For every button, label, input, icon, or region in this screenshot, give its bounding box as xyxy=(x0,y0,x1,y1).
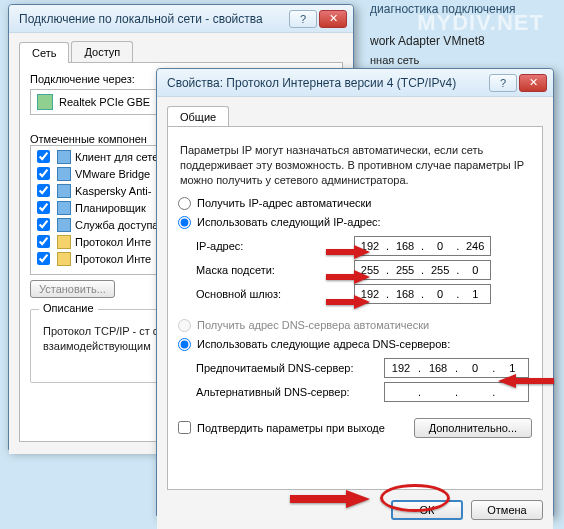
radio-ip-manual-label: Использовать следующий IP-адрес: xyxy=(197,216,381,228)
client-icon xyxy=(57,150,71,164)
description-legend: Описание xyxy=(39,302,98,314)
ip-address-label: IP-адрес: xyxy=(196,240,346,252)
mask-input[interactable]: . . . xyxy=(354,260,491,280)
tab-access[interactable]: Доступ xyxy=(71,41,133,62)
radio-dns-manual-label: Использовать следующие адреса DNS-сервер… xyxy=(197,338,450,350)
ok-button[interactable]: ОК xyxy=(391,500,463,520)
item-checkbox[interactable] xyxy=(37,150,50,163)
lan-title: Подключение по локальной сети - свойства xyxy=(19,12,289,26)
help-button-icon[interactable]: ? xyxy=(289,10,317,28)
ipv4-title: Свойства: Протокол Интернета версии 4 (T… xyxy=(167,76,489,90)
item-checkbox[interactable] xyxy=(37,184,50,197)
ipv4-titlebar[interactable]: Свойства: Протокол Интернета версии 4 (T… xyxy=(157,69,553,97)
radio-dns-auto-label: Получить адрес DNS-сервера автоматически xyxy=(197,319,429,331)
radio-dns-manual[interactable] xyxy=(178,338,191,351)
mask-label: Маска подсети: xyxy=(196,264,346,276)
radio-ip-manual[interactable] xyxy=(178,216,191,229)
install-button[interactable]: Установить... xyxy=(30,280,115,298)
radio-dns-auto xyxy=(178,319,191,332)
dns-pref-input[interactable]: . . . xyxy=(384,358,529,378)
mask-oct-3[interactable] xyxy=(425,261,455,279)
adapter-name: Realtek PCIe GBE xyxy=(59,96,150,108)
close-icon[interactable]: ✕ xyxy=(319,10,347,28)
item-checkbox[interactable] xyxy=(37,167,50,180)
dns-alt-label: Альтернативный DNS-сервер: xyxy=(196,386,376,398)
service-icon xyxy=(57,167,71,181)
confirm-on-exit-label: Подтвердить параметры при выходе xyxy=(197,422,385,434)
help-button-icon[interactable]: ? xyxy=(489,74,517,92)
service-icon xyxy=(57,184,71,198)
dns-pref-label: Предпочитаемый DNS-сервер: xyxy=(196,362,376,374)
item-checkbox[interactable] xyxy=(37,235,50,248)
gw-oct-1[interactable] xyxy=(355,285,385,303)
ip-oct-2[interactable] xyxy=(390,237,420,255)
ipv4-properties-dialog: Свойства: Протокол Интернета версии 4 (T… xyxy=(156,68,554,516)
item-checkbox[interactable] xyxy=(37,201,50,214)
close-icon[interactable]: ✕ xyxy=(519,74,547,92)
lan-titlebar[interactable]: Подключение по локальной сети - свойства… xyxy=(9,5,353,33)
dnsp-oct-2[interactable] xyxy=(422,359,454,377)
ip-oct-1[interactable] xyxy=(355,237,385,255)
confirm-on-exit-checkbox[interactable] xyxy=(178,421,191,434)
service-icon xyxy=(57,218,71,232)
bg-adapter-1: work Adapter VMnet8 xyxy=(370,34,485,48)
dnsp-oct-1[interactable] xyxy=(385,359,417,377)
advanced-button[interactable]: Дополнительно... xyxy=(414,418,532,438)
radio-ip-auto-label: Получить IP-адрес автоматически xyxy=(197,197,371,209)
ip-oct-4[interactable] xyxy=(460,237,490,255)
ip-oct-3[interactable] xyxy=(425,237,455,255)
ip-address-input[interactable]: . . . xyxy=(354,236,491,256)
radio-ip-auto[interactable] xyxy=(178,197,191,210)
protocol-icon xyxy=(57,235,71,249)
ipv4-description: Параметры IP могут назначаться автоматич… xyxy=(178,137,532,194)
protocol-icon xyxy=(57,252,71,266)
tab-general[interactable]: Общие xyxy=(167,106,229,127)
dns-alt-input[interactable]: . . . xyxy=(384,382,529,402)
mask-oct-4[interactable] xyxy=(460,261,490,279)
mask-oct-1[interactable] xyxy=(355,261,385,279)
gateway-input[interactable]: . . . xyxy=(354,284,491,304)
dnsp-oct-4[interactable] xyxy=(496,359,528,377)
dnsp-oct-3[interactable] xyxy=(459,359,491,377)
dnsa-oct-3[interactable] xyxy=(459,383,491,401)
item-checkbox[interactable] xyxy=(37,252,50,265)
gw-oct-2[interactable] xyxy=(390,285,420,303)
service-icon xyxy=(57,201,71,215)
cancel-button[interactable]: Отмена xyxy=(471,500,543,520)
gw-oct-4[interactable] xyxy=(460,285,490,303)
mask-oct-2[interactable] xyxy=(390,261,420,279)
dnsa-oct-1[interactable] xyxy=(385,383,417,401)
watermark: MYDIV.NET xyxy=(417,10,544,36)
gw-oct-3[interactable] xyxy=(425,285,455,303)
adapter-icon xyxy=(37,94,53,110)
dnsa-oct-2[interactable] xyxy=(422,383,454,401)
tab-network[interactable]: Сеть xyxy=(19,42,69,63)
item-checkbox[interactable] xyxy=(37,218,50,231)
dnsa-oct-4[interactable] xyxy=(496,383,528,401)
gateway-label: Основной шлюз: xyxy=(196,288,346,300)
